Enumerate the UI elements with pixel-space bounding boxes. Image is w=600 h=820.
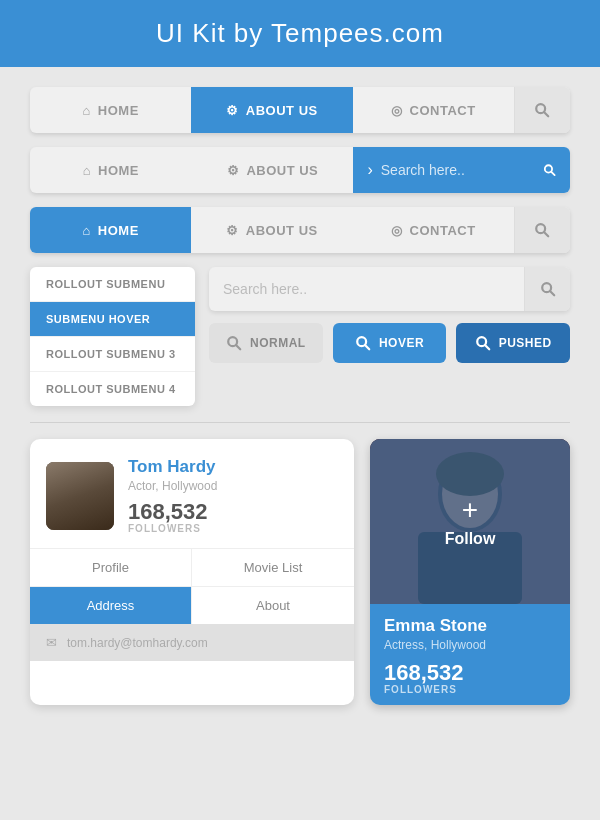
- nav-search-button-1[interactable]: [514, 87, 570, 133]
- profile-tab-movielist[interactable]: Movie List: [192, 549, 354, 587]
- search-chevron: ›: [367, 161, 372, 179]
- follow-image-area: + Follow: [370, 439, 570, 604]
- page-title: UI Kit by Tempees.com: [0, 18, 600, 49]
- svg-point-15: [68, 470, 92, 498]
- profile-info: Tom Hardy Actor, Hollywood 168,532 FOLLO…: [128, 457, 338, 534]
- nav-item-about-2-label: ABOUT US: [246, 163, 318, 178]
- svg-rect-14: [46, 462, 114, 530]
- svg-rect-16: [62, 498, 98, 530]
- submenu-panel: ROLLOUT SUBMENU SUBMENU HOVER ROLLOUT SU…: [30, 267, 195, 406]
- nav-item-about-1[interactable]: ⚙ ABOUT US: [191, 87, 352, 133]
- nav-search-button-3[interactable]: [514, 207, 570, 253]
- avatar: [46, 462, 114, 530]
- svg-line-13: [485, 345, 489, 349]
- nav-item-home-2-label: HOME: [98, 163, 139, 178]
- followers-count: 168,532: [128, 501, 338, 523]
- nav-item-about-3[interactable]: ⚙ ABOUT US: [191, 207, 352, 253]
- home-icon-2: ⌂: [83, 163, 91, 178]
- pin-icon-3: ◎: [391, 223, 403, 238]
- search-input[interactable]: [209, 281, 524, 297]
- nav-item-home-1-label: HOME: [98, 103, 139, 118]
- nav-item-about-2[interactable]: ⚙ ABOUT US: [192, 147, 354, 193]
- settings-icon: ⚙: [226, 103, 239, 118]
- svg-line-3: [551, 172, 554, 175]
- profile-tab-address[interactable]: Address: [30, 587, 192, 624]
- email-icon: ✉: [46, 635, 57, 650]
- search-state-pushed[interactable]: PUSHED: [456, 323, 570, 363]
- nav-item-contact-1-label: CONTACT: [410, 103, 476, 118]
- nav-item-contact-1[interactable]: ◎ CONTACT: [353, 87, 514, 133]
- search-state-normal[interactable]: NORMAL: [209, 323, 323, 363]
- profile-tabs: Profile Movie List Address About: [30, 548, 354, 624]
- home-icon: ⌂: [82, 103, 90, 118]
- submenu-item-3[interactable]: ROLLOUT SUBMENU 3: [30, 337, 195, 372]
- profile-email: tom.hardy@tomhardy.com: [67, 636, 208, 650]
- profile-job-title: Actor, Hollywood: [128, 479, 338, 493]
- search-hover-label: HOVER: [379, 336, 424, 350]
- follow-overlay[interactable]: + Follow: [370, 439, 570, 604]
- submenu-item-1[interactable]: ROLLOUT SUBMENU: [30, 267, 195, 302]
- follow-card: + Follow Emma Stone Actress, Hollywood 1…: [370, 439, 570, 705]
- nav-search-icon-2: [543, 162, 556, 178]
- nav-item-contact-3[interactable]: ◎ CONTACT: [353, 207, 514, 253]
- search-pushed-label: PUSHED: [499, 336, 552, 350]
- nav-bar-1-section: ⌂ HOME ⚙ ABOUT US ◎ CONTACT: [30, 87, 570, 133]
- nav-search-expanded[interactable]: ›: [353, 147, 570, 193]
- search-right-panel: NORMAL HOVER PUSHED: [209, 267, 570, 406]
- nav-item-about-1-label: ABOUT US: [246, 103, 318, 118]
- nav-item-home-3[interactable]: ⌂ HOME: [30, 207, 191, 253]
- submenu-item-4[interactable]: ROLLOUT SUBMENU 4: [30, 372, 195, 406]
- profile-email-bar: ✉ tom.hardy@tomhardy.com: [30, 624, 354, 661]
- search-states: NORMAL HOVER PUSHED: [209, 323, 570, 363]
- nav-bar-2: ⌂ HOME ⚙ ABOUT US ›: [30, 147, 570, 193]
- nav-search-input-field[interactable]: [381, 162, 535, 178]
- settings-icon-3: ⚙: [226, 223, 239, 238]
- follow-plus-icon: +: [462, 496, 478, 524]
- follow-card-info: Emma Stone Actress, Hollywood 168,532 FO…: [370, 604, 570, 705]
- section-divider: [30, 422, 570, 423]
- nav-item-home-1[interactable]: ⌂ HOME: [30, 87, 191, 133]
- page-header: UI Kit by Tempees.com: [0, 0, 600, 67]
- svg-line-11: [365, 345, 369, 349]
- nav-item-about-3-label: ABOUT US: [246, 223, 318, 238]
- follow-card-title: Actress, Hollywood: [384, 638, 556, 652]
- submenu-item-2[interactable]: SUBMENU HOVER: [30, 302, 195, 337]
- nav-item-home-3-label: HOME: [98, 223, 139, 238]
- profile-card: Tom Hardy Actor, Hollywood 168,532 FOLLO…: [30, 439, 354, 705]
- nav-bar-1: ⌂ HOME ⚙ ABOUT US ◎ CONTACT: [30, 87, 570, 133]
- profile-name: Tom Hardy: [128, 457, 338, 477]
- settings-icon-2: ⚙: [227, 163, 240, 178]
- followers-label: FOLLOWERS: [128, 523, 338, 534]
- avatar-image: [46, 462, 114, 530]
- nav-item-contact-3-label: CONTACT: [410, 223, 476, 238]
- profile-tab-about[interactable]: About: [192, 587, 354, 624]
- nav-bar-3-section: ⌂ HOME ⚙ ABOUT US ◎ CONTACT: [30, 207, 570, 253]
- svg-line-1: [545, 112, 549, 116]
- svg-point-17: [70, 472, 90, 496]
- svg-line-5: [545, 232, 549, 236]
- home-icon-3: ⌂: [82, 223, 90, 238]
- nav-item-home-2[interactable]: ⌂ HOME: [30, 147, 192, 193]
- pin-icon: ◎: [391, 103, 403, 118]
- nav-bar-3: ⌂ HOME ⚙ ABOUT US ◎ CONTACT: [30, 207, 570, 253]
- svg-line-9: [236, 345, 240, 349]
- svg-line-7: [550, 291, 554, 295]
- search-box: [209, 267, 570, 311]
- follow-followers-label: FOLLOWERS: [384, 684, 556, 695]
- submenu-search-row: ROLLOUT SUBMENU SUBMENU HOVER ROLLOUT SU…: [30, 267, 570, 406]
- search-normal-label: NORMAL: [250, 336, 306, 350]
- nav-bar-2-section: ⌂ HOME ⚙ ABOUT US ›: [30, 147, 570, 193]
- follow-card-name: Emma Stone: [384, 616, 556, 636]
- profile-top: Tom Hardy Actor, Hollywood 168,532 FOLLO…: [30, 439, 354, 548]
- profile-tab-profile[interactable]: Profile: [30, 549, 192, 587]
- main-content: ⌂ HOME ⚙ ABOUT US ◎ CONTACT ⌂: [0, 67, 600, 725]
- search-box-button[interactable]: [524, 267, 570, 311]
- follow-followers-count: 168,532: [384, 662, 556, 684]
- cards-row: Tom Hardy Actor, Hollywood 168,532 FOLLO…: [30, 439, 570, 705]
- search-state-hover[interactable]: HOVER: [333, 323, 447, 363]
- follow-button-label: Follow: [445, 530, 496, 548]
